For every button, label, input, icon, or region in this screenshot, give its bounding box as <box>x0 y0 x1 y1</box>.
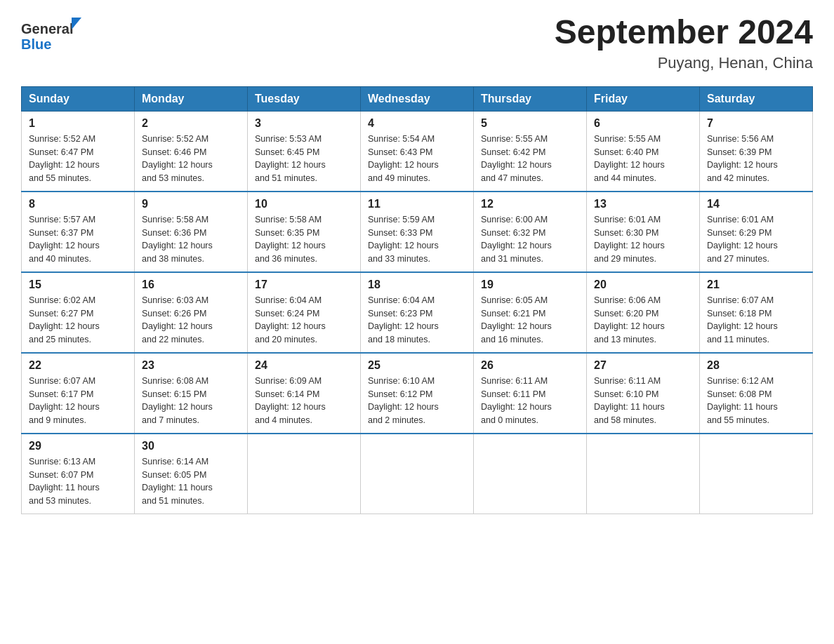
week-row-3: 15 Sunrise: 6:02 AMSunset: 6:27 PMDaylig… <box>22 272 813 353</box>
day-number: 18 <box>368 279 466 291</box>
table-row: 1 Sunrise: 5:52 AMSunset: 6:47 PMDayligh… <box>22 111 135 192</box>
table-row: 8 Sunrise: 5:57 AMSunset: 6:37 PMDayligh… <box>22 192 135 272</box>
table-row: 2 Sunrise: 5:52 AMSunset: 6:46 PMDayligh… <box>135 111 248 192</box>
svg-text:Blue: Blue <box>21 36 51 52</box>
day-info: Sunrise: 5:53 AMSunset: 6:45 PMDaylight:… <box>255 133 353 185</box>
table-row <box>587 434 700 514</box>
table-row: 11 Sunrise: 5:59 AMSunset: 6:33 PMDaylig… <box>361 192 474 272</box>
day-info: Sunrise: 5:58 AMSunset: 6:36 PMDaylight:… <box>142 213 240 266</box>
table-row: 13 Sunrise: 6:01 AMSunset: 6:30 PMDaylig… <box>587 192 700 272</box>
day-info: Sunrise: 6:10 AMSunset: 6:12 PMDaylight:… <box>368 375 466 427</box>
calendar-table: Sunday Monday Tuesday Wednesday Thursday… <box>21 86 813 514</box>
day-number: 14 <box>707 198 805 210</box>
table-row: 30 Sunrise: 6:14 AMSunset: 6:05 PMDaylig… <box>135 434 248 514</box>
day-info: Sunrise: 5:55 AMSunset: 6:40 PMDaylight:… <box>594 133 692 185</box>
col-saturday: Saturday <box>700 86 813 111</box>
day-number: 15 <box>29 279 127 291</box>
day-number: 22 <box>29 359 127 372</box>
day-info: Sunrise: 6:12 AMSunset: 6:08 PMDaylight:… <box>707 375 805 427</box>
col-friday: Friday <box>587 86 700 111</box>
day-info: Sunrise: 6:01 AMSunset: 6:29 PMDaylight:… <box>707 213 805 266</box>
day-number: 29 <box>29 440 127 452</box>
table-row: 23 Sunrise: 6:08 AMSunset: 6:15 PMDaylig… <box>135 353 248 434</box>
table-row: 7 Sunrise: 5:56 AMSunset: 6:39 PMDayligh… <box>700 111 813 192</box>
col-monday: Monday <box>135 86 248 111</box>
svg-marker-1 <box>72 18 81 29</box>
table-row: 29 Sunrise: 6:13 AMSunset: 6:07 PMDaylig… <box>22 434 135 514</box>
day-info: Sunrise: 5:56 AMSunset: 6:39 PMDaylight:… <box>707 133 805 185</box>
table-row: 17 Sunrise: 6:04 AMSunset: 6:24 PMDaylig… <box>248 272 361 353</box>
day-info: Sunrise: 6:07 AMSunset: 6:17 PMDaylight:… <box>29 375 127 427</box>
day-number: 24 <box>255 359 353 372</box>
table-row: 3 Sunrise: 5:53 AMSunset: 6:45 PMDayligh… <box>248 111 361 192</box>
table-row: 20 Sunrise: 6:06 AMSunset: 6:20 PMDaylig… <box>587 272 700 353</box>
table-row: 28 Sunrise: 6:12 AMSunset: 6:08 PMDaylig… <box>700 353 813 434</box>
table-row: 16 Sunrise: 6:03 AMSunset: 6:26 PMDaylig… <box>135 272 248 353</box>
day-number: 23 <box>142 359 240 372</box>
day-number: 3 <box>255 117 353 130</box>
logo: General Blue <box>21 14 84 53</box>
table-row: 25 Sunrise: 6:10 AMSunset: 6:12 PMDaylig… <box>361 353 474 434</box>
week-row-4: 22 Sunrise: 6:07 AMSunset: 6:17 PMDaylig… <box>22 353 813 434</box>
day-number: 13 <box>594 198 692 210</box>
day-info: Sunrise: 6:04 AMSunset: 6:23 PMDaylight:… <box>368 294 466 347</box>
day-number: 6 <box>594 117 692 130</box>
day-info: Sunrise: 6:02 AMSunset: 6:27 PMDaylight:… <box>29 294 127 347</box>
table-row: 4 Sunrise: 5:54 AMSunset: 6:43 PMDayligh… <box>361 111 474 192</box>
table-row: 22 Sunrise: 6:07 AMSunset: 6:17 PMDaylig… <box>22 353 135 434</box>
col-thursday: Thursday <box>474 86 587 111</box>
page-header: General Blue September 2024 Puyang, Hena… <box>21 14 813 72</box>
table-row: 9 Sunrise: 5:58 AMSunset: 6:36 PMDayligh… <box>135 192 248 272</box>
day-number: 2 <box>142 117 240 130</box>
table-row <box>700 434 813 514</box>
day-number: 12 <box>481 198 579 210</box>
day-info: Sunrise: 5:57 AMSunset: 6:37 PMDaylight:… <box>29 213 127 266</box>
svg-text:General: General <box>21 21 73 36</box>
table-row <box>248 434 361 514</box>
day-info: Sunrise: 6:07 AMSunset: 6:18 PMDaylight:… <box>707 294 805 347</box>
table-row: 18 Sunrise: 6:04 AMSunset: 6:23 PMDaylig… <box>361 272 474 353</box>
day-info: Sunrise: 6:04 AMSunset: 6:24 PMDaylight:… <box>255 294 353 347</box>
day-info: Sunrise: 5:52 AMSunset: 6:46 PMDaylight:… <box>142 133 240 185</box>
day-number: 16 <box>142 279 240 291</box>
table-row: 21 Sunrise: 6:07 AMSunset: 6:18 PMDaylig… <box>700 272 813 353</box>
day-number: 30 <box>142 440 240 452</box>
day-info: Sunrise: 6:03 AMSunset: 6:26 PMDaylight:… <box>142 294 240 347</box>
header-row: Sunday Monday Tuesday Wednesday Thursday… <box>22 86 813 111</box>
table-row: 5 Sunrise: 5:55 AMSunset: 6:42 PMDayligh… <box>474 111 587 192</box>
table-row: 27 Sunrise: 6:11 AMSunset: 6:10 PMDaylig… <box>587 353 700 434</box>
table-row: 10 Sunrise: 5:58 AMSunset: 6:35 PMDaylig… <box>248 192 361 272</box>
table-row: 15 Sunrise: 6:02 AMSunset: 6:27 PMDaylig… <box>22 272 135 353</box>
day-info: Sunrise: 6:06 AMSunset: 6:20 PMDaylight:… <box>594 294 692 347</box>
day-number: 26 <box>481 359 579 372</box>
day-number: 4 <box>368 117 466 130</box>
day-number: 5 <box>481 117 579 130</box>
day-number: 28 <box>707 359 805 372</box>
table-row: 26 Sunrise: 6:11 AMSunset: 6:11 PMDaylig… <box>474 353 587 434</box>
location: Puyang, Henan, China <box>555 54 813 72</box>
day-number: 7 <box>707 117 805 130</box>
day-info: Sunrise: 6:09 AMSunset: 6:14 PMDaylight:… <box>255 375 353 427</box>
day-info: Sunrise: 5:59 AMSunset: 6:33 PMDaylight:… <box>368 213 466 266</box>
day-number: 19 <box>481 279 579 291</box>
day-number: 25 <box>368 359 466 372</box>
col-wednesday: Wednesday <box>361 86 474 111</box>
week-row-1: 1 Sunrise: 5:52 AMSunset: 6:47 PMDayligh… <box>22 111 813 192</box>
day-number: 17 <box>255 279 353 291</box>
table-row: 6 Sunrise: 5:55 AMSunset: 6:40 PMDayligh… <box>587 111 700 192</box>
day-info: Sunrise: 6:00 AMSunset: 6:32 PMDaylight:… <box>481 213 579 266</box>
day-info: Sunrise: 6:01 AMSunset: 6:30 PMDaylight:… <box>594 213 692 266</box>
day-number: 21 <box>707 279 805 291</box>
day-number: 10 <box>255 198 353 210</box>
table-row: 12 Sunrise: 6:00 AMSunset: 6:32 PMDaylig… <box>474 192 587 272</box>
day-info: Sunrise: 5:52 AMSunset: 6:47 PMDaylight:… <box>29 133 127 185</box>
week-row-5: 29 Sunrise: 6:13 AMSunset: 6:07 PMDaylig… <box>22 434 813 514</box>
col-sunday: Sunday <box>22 86 135 111</box>
day-info: Sunrise: 5:54 AMSunset: 6:43 PMDaylight:… <box>368 133 466 185</box>
week-row-2: 8 Sunrise: 5:57 AMSunset: 6:37 PMDayligh… <box>22 192 813 272</box>
title-section: September 2024 Puyang, Henan, China <box>555 14 813 72</box>
day-info: Sunrise: 5:55 AMSunset: 6:42 PMDaylight:… <box>481 133 579 185</box>
table-row: 14 Sunrise: 6:01 AMSunset: 6:29 PMDaylig… <box>700 192 813 272</box>
day-number: 9 <box>142 198 240 210</box>
col-tuesday: Tuesday <box>248 86 361 111</box>
